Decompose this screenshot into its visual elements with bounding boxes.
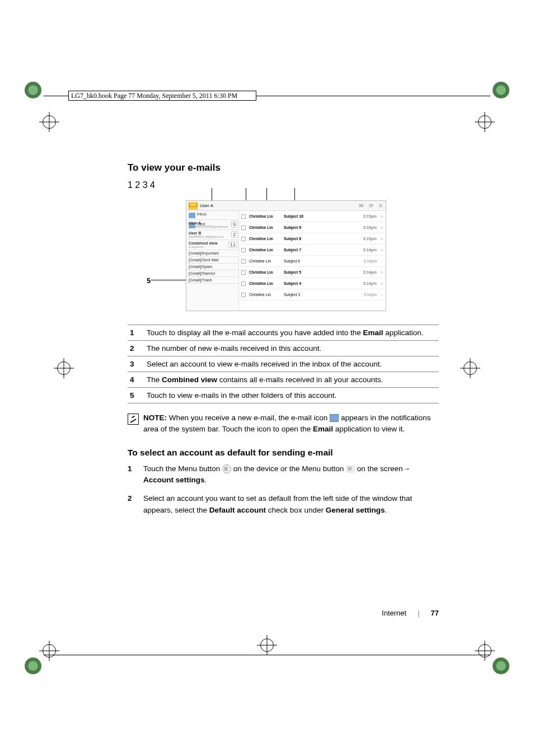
drawer-account-item[interactable]: User Btest050921-0@gmail.com2 bbox=[186, 230, 238, 240]
star-icon[interactable]: ☆ bbox=[380, 226, 383, 230]
drawer-folder-item[interactable]: [Gmail]/Spam bbox=[186, 264, 238, 270]
mail-subject: Subject 4 bbox=[284, 281, 359, 285]
callout-5: 5 bbox=[147, 276, 151, 285]
drawer-inbox[interactable]: Inbox bbox=[186, 211, 238, 220]
note-block: NOTE: When you receive a new e-mail, the… bbox=[128, 412, 439, 435]
mail-subject: Subject 9 bbox=[284, 226, 359, 229]
def-num: 1 bbox=[128, 325, 144, 341]
registration-dot bbox=[25, 82, 41, 98]
step-item: 2 Select an account you want to set as d… bbox=[128, 493, 439, 516]
page-number: 77 bbox=[431, 609, 439, 617]
star-icon[interactable]: ☆ bbox=[380, 214, 383, 219]
checkbox-icon[interactable] bbox=[241, 281, 246, 286]
arrow-icon: → bbox=[403, 464, 411, 473]
drawer-folder-item[interactable]: [Gmail]/Trash bbox=[186, 277, 238, 284]
mail-time: 3:15pm bbox=[363, 226, 377, 229]
inbox-icon bbox=[189, 213, 195, 218]
callout-definitions-table: 1 Touch to display all the e-mail accoun… bbox=[128, 325, 439, 403]
def-text: Select an account to view e-mails receiv… bbox=[144, 356, 439, 372]
footer-section: Internet bbox=[382, 609, 406, 617]
mail-row[interactable]: Christine LinSubject 33:14pm☆ bbox=[239, 289, 386, 300]
crop-mark-icon bbox=[39, 112, 59, 132]
checkbox-icon[interactable] bbox=[241, 226, 246, 230]
checkbox-icon[interactable] bbox=[241, 270, 246, 275]
mail-from: Christine Lin bbox=[249, 281, 280, 285]
mail-time: 3:14pm bbox=[363, 248, 377, 252]
mail-time: 3:15pm bbox=[363, 214, 377, 218]
checkbox-icon[interactable] bbox=[241, 259, 246, 264]
checkbox-icon[interactable] bbox=[241, 293, 246, 297]
callout-line bbox=[151, 280, 187, 280]
drawer-account-item[interactable]: User Achristinelun0920@gmail.com9 bbox=[186, 220, 238, 230]
footer-separator: | bbox=[418, 609, 419, 617]
mail-row[interactable]: Christine LinSubject 83:15pm☆ bbox=[239, 233, 386, 245]
checkbox-icon[interactable] bbox=[241, 248, 246, 252]
star-icon[interactable]: ☆ bbox=[380, 259, 383, 264]
def-num: 4 bbox=[128, 372, 144, 388]
def-num: 3 bbox=[128, 356, 144, 372]
header-account-name: User A bbox=[200, 203, 359, 208]
star-icon[interactable]: ☆ bbox=[380, 270, 383, 275]
drawer-folder-item[interactable]: [Gmail]/Important bbox=[186, 250, 238, 257]
mail-subject: Subject 5 bbox=[284, 270, 359, 274]
mail-row[interactable]: Christine LinSubject 53:14pm☆ bbox=[239, 267, 386, 278]
drawer-account-item[interactable]: Combined view2 accounts11 bbox=[186, 240, 238, 250]
mail-from: Christine Lin bbox=[249, 237, 280, 241]
section-heading: To view your e-mails bbox=[128, 162, 439, 173]
app-header: User A ✉ ⟳ ≡ bbox=[186, 201, 386, 211]
callout-3: 3 bbox=[143, 180, 148, 190]
crop-mark-icon bbox=[257, 635, 277, 655]
star-icon[interactable]: ☆ bbox=[380, 237, 383, 241]
mail-time: 3:14pm bbox=[364, 259, 377, 263]
refresh-icon[interactable]: ⟳ bbox=[369, 203, 373, 209]
def-num: 2 bbox=[128, 341, 144, 356]
drawer-folder-item[interactable]: [Gmail]/Starred bbox=[186, 270, 238, 277]
crop-mark-icon bbox=[460, 358, 480, 378]
section-heading: To select an account as default for send… bbox=[128, 448, 439, 458]
checkbox-icon[interactable] bbox=[241, 214, 246, 219]
menu-icon[interactable]: ≡ bbox=[379, 203, 382, 209]
mail-subject: Subject 3 bbox=[284, 293, 360, 297]
mail-subject: Subject 8 bbox=[284, 237, 359, 241]
drawer-folder-item[interactable]: [Gmail]/Sent Mail bbox=[186, 257, 238, 264]
step-number: 1 bbox=[128, 463, 135, 487]
mail-row[interactable]: Christine LinSubject 93:15pm☆ bbox=[239, 222, 386, 233]
search-icon[interactable]: ✉ bbox=[359, 203, 363, 209]
mail-from: Christine Lin bbox=[249, 259, 280, 263]
checkbox-icon[interactable] bbox=[241, 237, 246, 241]
account-drawer: Inbox Sent User Achristinelun0920@gmail.… bbox=[186, 211, 239, 311]
page-content: To view your e-mails 1 2 3 4 5 User A bbox=[128, 162, 439, 523]
mail-from: Christine Lin bbox=[249, 226, 280, 229]
page: LG7_bk0.book Page 77 Monday, September 5… bbox=[0, 0, 534, 756]
mail-from: Christine Lin bbox=[249, 214, 280, 218]
mail-from: Christine Lin bbox=[249, 248, 280, 252]
mail-from: Christine Lin bbox=[249, 293, 280, 297]
step-text: Touch the Menu button on the device or t… bbox=[143, 463, 439, 487]
drawer-label: Inbox bbox=[197, 212, 207, 218]
mail-time: 3:14pm bbox=[364, 293, 377, 297]
note-icon bbox=[128, 414, 139, 425]
mail-row[interactable]: Christine LinSubject 73:14pm☆ bbox=[239, 245, 386, 256]
page-footer: Internet | 77 bbox=[382, 609, 439, 617]
steps-list: 1 Touch the Menu button on the device or… bbox=[128, 463, 439, 517]
crop-mark-icon bbox=[475, 112, 495, 132]
star-icon[interactable]: ☆ bbox=[380, 248, 383, 252]
mail-app-icon bbox=[188, 202, 198, 210]
mail-row[interactable]: Christine LinSubject 43:14pm☆ bbox=[239, 278, 386, 289]
registration-dot bbox=[493, 658, 509, 674]
mail-row[interactable]: Christine LinSubject 103:15pm☆ bbox=[239, 211, 386, 222]
onscreen-menu-icon bbox=[346, 465, 355, 473]
callout-numbers: 1 2 3 4 bbox=[128, 180, 439, 199]
star-icon[interactable]: ☆ bbox=[380, 281, 383, 286]
mail-row[interactable]: Christine LinSubject 63:14pm☆ bbox=[239, 256, 386, 267]
print-meta-header: LG7_bk0.book Page 77 Monday, September 5… bbox=[68, 91, 256, 101]
step-item: 1 Touch the Menu button on the device or… bbox=[128, 463, 439, 487]
note-text: NOTE: When you receive a new e-mail, the… bbox=[143, 412, 439, 435]
mail-time: 3:14pm bbox=[363, 281, 377, 285]
mail-time: 3:14pm bbox=[363, 270, 377, 274]
star-icon[interactable]: ☆ bbox=[380, 293, 383, 297]
def-text: Touch to view e-mails in the other folde… bbox=[144, 388, 439, 403]
callout-2: 2 bbox=[135, 180, 140, 190]
def-text: The Combined view contains all e-mails r… bbox=[144, 372, 439, 388]
email-app-screenshot: User A ✉ ⟳ ≡ Inbox Sent User Achristinel… bbox=[186, 200, 386, 311]
